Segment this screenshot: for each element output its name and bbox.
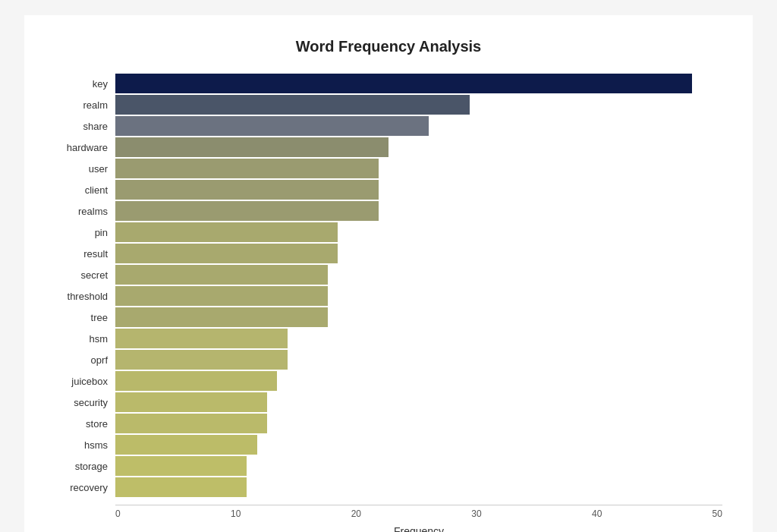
bar-track (115, 392, 722, 412)
bar-label: threshold (55, 291, 115, 302)
bar-row: recovery (55, 477, 722, 497)
bar-label: result (55, 248, 115, 260)
bar-row: user (55, 159, 722, 178)
bar-row: pin (55, 222, 722, 242)
bar-label: storage (55, 461, 115, 472)
bar-label: juicebox (55, 376, 115, 387)
bar-fill (115, 265, 328, 285)
bar-track (115, 95, 722, 115)
x-tick: 20 (351, 508, 361, 519)
bar-track (115, 137, 722, 157)
bar-track (115, 180, 722, 200)
bar-label: store (55, 418, 115, 430)
x-tick: 10 (231, 508, 241, 519)
bar-fill (115, 371, 277, 391)
bar-row: realms (55, 201, 722, 221)
bar-track (115, 414, 722, 433)
bar-label: oprf (55, 354, 115, 366)
bar-row: storage (55, 456, 722, 476)
bar-label: secret (55, 269, 115, 281)
bar-fill (115, 414, 267, 433)
bar-fill (115, 159, 379, 178)
bar-label: realm (55, 99, 115, 111)
bar-label: pin (55, 227, 115, 238)
bar-fill (115, 477, 247, 497)
bar-track (115, 74, 722, 93)
bar-row: store (55, 414, 722, 433)
bar-label: hsm (55, 333, 115, 345)
bar-fill (115, 222, 338, 242)
bar-fill (115, 307, 328, 327)
bar-row: client (55, 180, 722, 200)
bar-track (115, 435, 722, 455)
bar-fill (115, 329, 288, 348)
x-tick: 30 (471, 508, 481, 519)
chart-area: keyrealmsharehardwareuserclientrealmspin… (55, 74, 722, 499)
bar-row: key (55, 74, 722, 93)
bar-track (115, 116, 722, 136)
bar-label: security (55, 397, 115, 408)
bar-track (115, 350, 722, 370)
bar-row: realm (55, 95, 722, 115)
bar-track (115, 222, 722, 242)
x-tick: 0 (115, 508, 121, 519)
bar-label: client (55, 184, 115, 196)
bar-fill (115, 180, 379, 200)
bar-track (115, 244, 722, 263)
bar-fill (115, 456, 247, 476)
bar-row: hsm (55, 329, 722, 348)
bar-label: hsms (55, 439, 115, 451)
bar-label: key (55, 78, 115, 90)
bar-fill (115, 244, 338, 263)
bar-row: oprf (55, 350, 722, 370)
bar-track (115, 159, 722, 178)
bar-row: juicebox (55, 371, 722, 391)
bar-label: user (55, 163, 115, 175)
bar-fill (115, 392, 267, 412)
bar-row: hardware (55, 137, 722, 157)
x-axis: 01020304050 Frequency (115, 505, 722, 532)
bar-label: share (55, 121, 115, 132)
bar-track (115, 456, 722, 476)
bar-fill (115, 74, 692, 93)
bar-track (115, 286, 722, 306)
bar-row: share (55, 116, 722, 136)
bar-label: hardware (55, 142, 115, 153)
bar-track (115, 307, 722, 327)
x-tick: 40 (592, 508, 602, 519)
chart-title: Word Frequency Analysis (55, 38, 722, 55)
bar-track (115, 477, 722, 497)
bar-track (115, 201, 722, 221)
bar-label: recovery (55, 482, 115, 493)
x-axis-label: Frequency (115, 525, 722, 532)
x-tick: 50 (713, 508, 722, 519)
bar-fill (115, 137, 388, 157)
bar-track (115, 265, 722, 285)
bar-fill (115, 95, 470, 115)
bar-track (115, 371, 722, 391)
bar-row: secret (55, 265, 722, 285)
bar-track (115, 329, 722, 348)
bar-row: result (55, 244, 722, 263)
bar-row: threshold (55, 286, 722, 306)
bar-row: tree (55, 307, 722, 327)
bar-fill (115, 435, 257, 455)
bar-label: realms (55, 206, 115, 217)
bar-row: hsms (55, 435, 722, 455)
bar-label: tree (55, 312, 115, 323)
bar-row: security (55, 392, 722, 412)
chart-container: Word Frequency Analysis keyrealmsharehar… (24, 15, 753, 532)
bar-fill (115, 116, 429, 136)
bar-fill (115, 286, 328, 306)
bar-fill (115, 201, 379, 221)
bar-fill (115, 350, 288, 370)
